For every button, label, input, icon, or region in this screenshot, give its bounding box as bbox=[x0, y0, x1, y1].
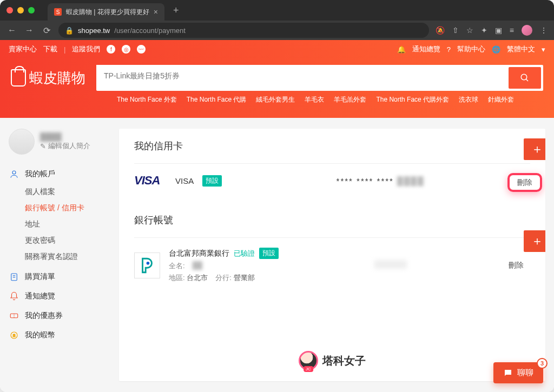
logo-text: 蝦皮購物 bbox=[29, 69, 85, 88]
chat-label: 聊聊 bbox=[517, 368, 533, 378]
fullname-value: ██ bbox=[193, 261, 202, 271]
close-tab-icon[interactable]: × bbox=[154, 8, 158, 16]
bank-accounts-title: 銀行帳號 bbox=[134, 214, 173, 227]
chat-fab[interactable]: 聊聊 3 bbox=[493, 362, 543, 383]
back-button[interactable]: ← bbox=[6, 25, 17, 35]
username: ████ bbox=[40, 132, 90, 141]
suggestion-item[interactable]: 針織外套 bbox=[488, 95, 514, 104]
pencil-icon: ✎ bbox=[40, 142, 46, 150]
globe-icon: 🌐 bbox=[492, 45, 500, 54]
bank-name: 台北富邦商業銀行 bbox=[169, 249, 229, 258]
search-button[interactable] bbox=[509, 67, 541, 89]
new-tab-button[interactable]: + bbox=[173, 5, 179, 16]
delete-bank-button[interactable]: 刪除 bbox=[502, 256, 530, 275]
sidebar-item-coupons[interactable]: 我的優惠券 bbox=[9, 306, 106, 325]
suggestion-item[interactable]: The North Face 代購外套 bbox=[376, 95, 449, 104]
watermark-text: 塔科女子 bbox=[322, 354, 366, 368]
cast-icon[interactable]: ▣ bbox=[495, 26, 502, 35]
seller-center-link[interactable]: 賣家中心 bbox=[9, 44, 37, 54]
window-close-dot[interactable] bbox=[6, 7, 13, 14]
url-path: /user/account/payment bbox=[114, 26, 186, 35]
bell-outline-icon bbox=[9, 291, 19, 302]
menu-icon[interactable]: ⋮ bbox=[540, 26, 548, 35]
card-last4: ████ bbox=[397, 176, 425, 185]
sidebar-item-coins[interactable]: S 我的蝦幣 bbox=[9, 325, 106, 345]
facebook-icon[interactable]: f bbox=[107, 45, 115, 54]
chat-badge: 3 bbox=[537, 358, 548, 369]
bank-default-badge: 預設 bbox=[259, 248, 279, 259]
shopee-logo[interactable]: 蝦皮購物 bbox=[11, 69, 85, 88]
suggestion-item[interactable]: The North Face 外套 bbox=[117, 95, 177, 104]
clipboard-icon bbox=[9, 271, 19, 282]
delete-card-button[interactable]: 刪除 bbox=[513, 176, 537, 189]
profile-avatar-icon[interactable] bbox=[522, 25, 532, 36]
tab-title: 蝦皮購物 | 花得更少買得更好 bbox=[66, 8, 149, 17]
address-bar[interactable]: 🔒 shopee.tw/user/account/payment bbox=[58, 23, 429, 38]
sidebar-sub-password[interactable]: 更改密碼 bbox=[9, 232, 106, 249]
download-link[interactable]: 下載 bbox=[43, 44, 57, 54]
site-header: 蝦皮購物 The North Face 外套 The North Face 代購… bbox=[0, 58, 554, 118]
suggestion-item[interactable]: 羊毛羔外套 bbox=[334, 95, 366, 104]
bag-icon bbox=[11, 69, 26, 87]
notifications-link[interactable]: 通知總覽 bbox=[412, 44, 440, 54]
language-selector[interactable]: 繁體中文 bbox=[507, 44, 535, 54]
delete-card-highlight: 刪除 bbox=[507, 173, 542, 192]
ticket-icon bbox=[9, 310, 19, 321]
search-suggestions: The North Face 外套 The North Face 代購 絨毛外套… bbox=[11, 95, 543, 104]
extensions-icon[interactable]: ✦ bbox=[481, 26, 487, 35]
reader-icon[interactable]: ≡ bbox=[510, 26, 514, 35]
follow-us-link[interactable]: 追蹤我們 bbox=[72, 44, 100, 54]
card-number: **** **** **** ████ bbox=[230, 176, 530, 185]
region-value: 台北市 bbox=[187, 274, 208, 282]
suggestion-item[interactable]: The North Face 代購 bbox=[187, 95, 247, 104]
suggestion-item[interactable]: 絨毛外套男生 bbox=[256, 95, 295, 104]
share-icon[interactable]: ⇧ bbox=[452, 26, 459, 35]
browser-tab[interactable]: S 蝦皮購物 | 花得更少買得更好 × bbox=[48, 3, 164, 21]
window-minimize-dot[interactable] bbox=[17, 7, 24, 14]
reload-button[interactable]: ⟳ bbox=[41, 25, 52, 36]
site-topbar: 賣家中心 下載 | 追蹤我們 f ◎ 〰 🔔 通知總覽 ? 幫助中心 🌐 繁體中… bbox=[0, 40, 554, 58]
mute-icon[interactable]: 🔕 bbox=[436, 26, 445, 35]
svg-text:S: S bbox=[12, 333, 15, 338]
forward-button[interactable]: → bbox=[24, 25, 35, 35]
payment-panel: ＋ ＋ 我的信用卡 VISA VISA 預設 **** **** **** ██… bbox=[119, 129, 545, 381]
sidebar-item-account[interactable]: 我的帳戶 bbox=[9, 164, 106, 184]
bank-account-row: 台北富邦商業銀行 已驗證 預設 全名: ██ 地區: 台北市 分行: 營業部 bbox=[134, 237, 530, 293]
account-sidebar: ████ ✎ 編輯個人簡介 我的帳戶 個人檔案 銀行帳號 / 信用卡 地址 更改… bbox=[9, 129, 106, 381]
svg-point-2 bbox=[12, 171, 16, 174]
fullname-label: 全名: bbox=[169, 261, 185, 271]
shopee-favicon: S bbox=[54, 8, 62, 16]
edit-profile-link[interactable]: ✎ 編輯個人簡介 bbox=[40, 141, 90, 151]
sidebar-sub-profile[interactable]: 個人檔案 bbox=[9, 184, 106, 200]
bank-account-number bbox=[287, 260, 493, 271]
bell-icon[interactable]: 🔔 bbox=[397, 45, 406, 54]
window-maximize-dot[interactable] bbox=[28, 7, 35, 14]
user-avatar[interactable] bbox=[9, 129, 35, 155]
suggestion-item[interactable]: 洗衣球 bbox=[459, 95, 478, 104]
sidebar-sub-payment[interactable]: 銀行帳號 / 信用卡 bbox=[9, 200, 106, 216]
sidebar-item-purchase[interactable]: 購買清單 bbox=[9, 267, 106, 287]
sidebar-sub-realname[interactable]: 關務署實名認證 bbox=[9, 249, 106, 265]
branch-value: 營業部 bbox=[234, 274, 255, 282]
watermark-avatar-icon bbox=[299, 351, 318, 370]
instagram-icon[interactable]: ◎ bbox=[122, 45, 130, 54]
chevron-down-icon: ▾ bbox=[542, 45, 545, 54]
help-link[interactable]: 幫助中心 bbox=[457, 44, 485, 54]
add-bank-button[interactable]: ＋ bbox=[524, 230, 545, 252]
line-icon[interactable]: 〰 bbox=[137, 45, 146, 54]
watermark-overlay: 塔科女子 bbox=[299, 351, 366, 370]
visa-logo: VISA bbox=[134, 174, 167, 188]
search-icon bbox=[520, 73, 530, 83]
chat-icon bbox=[503, 368, 513, 378]
card-type-label: VISA bbox=[175, 176, 194, 185]
help-icon: ? bbox=[447, 45, 451, 54]
search-input[interactable] bbox=[96, 65, 509, 87]
add-card-button[interactable]: ＋ bbox=[524, 138, 545, 160]
suggestion-item[interactable]: 羊毛衣 bbox=[305, 95, 324, 104]
url-domain: shopee.tw bbox=[78, 26, 110, 35]
user-icon bbox=[9, 169, 19, 180]
sidebar-sub-address[interactable]: 地址 bbox=[9, 216, 106, 232]
bookmark-icon[interactable]: ☆ bbox=[466, 26, 473, 35]
sidebar-item-notifications[interactable]: 通知總覽 bbox=[9, 287, 106, 306]
lock-icon: 🔒 bbox=[65, 26, 74, 35]
